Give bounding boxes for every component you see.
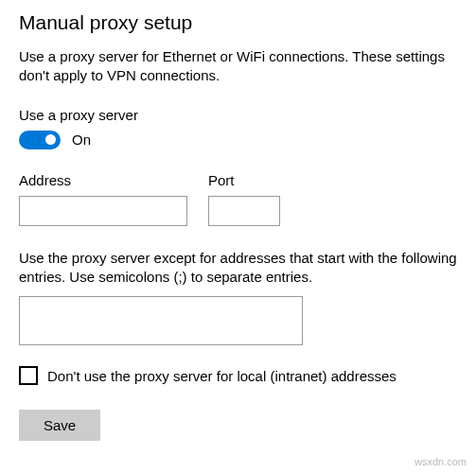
local-bypass-label: Don't use the proxy server for local (in…	[47, 368, 397, 384]
port-input[interactable]	[208, 196, 280, 226]
exceptions-description: Use the proxy server except for addresse…	[19, 249, 457, 288]
local-bypass-checkbox[interactable]	[19, 366, 38, 385]
address-group: Address	[19, 172, 187, 226]
address-port-row: Address Port	[19, 172, 457, 226]
page-heading: Manual proxy setup	[19, 11, 457, 34]
toggle-knob	[45, 134, 56, 145]
exceptions-input[interactable]	[19, 296, 303, 345]
address-input[interactable]	[19, 196, 187, 226]
port-group: Port	[208, 172, 280, 226]
address-label: Address	[19, 172, 187, 188]
proxy-description: Use a proxy server for Ethernet or WiFi …	[19, 47, 457, 86]
toggle-row: On	[19, 131, 457, 149]
proxy-toggle[interactable]	[19, 131, 61, 149]
toggle-state-text: On	[72, 131, 91, 148]
save-button[interactable]: Save	[19, 410, 100, 441]
local-bypass-row: Don't use the proxy server for local (in…	[19, 366, 457, 385]
port-label: Port	[208, 172, 280, 188]
toggle-label: Use a proxy server	[19, 107, 457, 123]
watermark: wsxdn.com	[414, 456, 467, 467]
